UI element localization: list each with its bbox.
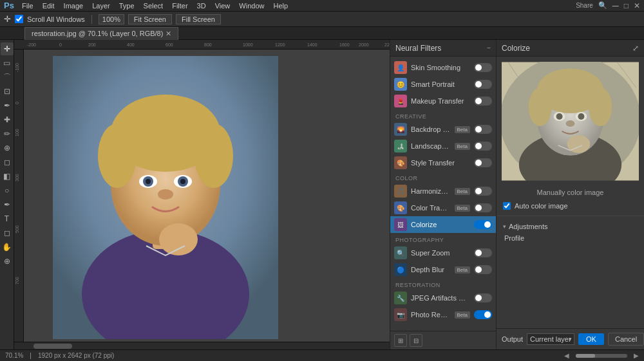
zoom-input[interactable]: [99, 14, 124, 24]
photo-restoration-icon: 📷: [394, 308, 407, 321]
menu-window[interactable]: Window: [235, 1, 268, 10]
colorize-toggle[interactable]: [474, 220, 492, 229]
output-select[interactable]: Current layer New layer Smart object: [527, 333, 574, 345]
svg-text:300: 300: [15, 174, 19, 181]
filter-depth-blur[interactable]: 🔵 Depth Blur Beta: [390, 261, 496, 278]
scroll-indicator[interactable]: ◀: [564, 352, 569, 359]
auto-color-checkbox[interactable]: [503, 202, 511, 210]
depth-blur-toggle[interactable]: [474, 265, 492, 274]
filter-style-transfer[interactable]: 🎨 Style Transfer: [390, 154, 496, 171]
ok-button[interactable]: OK: [578, 333, 604, 345]
canvas-area: -200 0 200 400 600 800 1000 1200 1400 16…: [14, 40, 390, 349]
colorize-expand-icon[interactable]: ⤢: [632, 44, 639, 53]
svg-text:-100: -100: [15, 63, 19, 72]
menu-type[interactable]: Type: [115, 1, 138, 10]
gradient-tool[interactable]: ◧: [1, 170, 14, 183]
tab-modified: ✕: [166, 30, 171, 38]
super-zoom-toggle[interactable]: [474, 248, 492, 257]
filter-color-transfer[interactable]: 🎨 Color Transfer Beta: [390, 199, 496, 216]
depth-blur-badge: Beta: [455, 266, 470, 273]
canvas-scrollbar[interactable]: [14, 342, 390, 349]
brush-tool[interactable]: ✏: [1, 127, 14, 140]
shape-tool[interactable]: ◻: [1, 227, 14, 239]
jpeg-artifacts-label: JPEG Artifacts Removal: [411, 294, 470, 302]
search-icon[interactable]: 🔍: [598, 1, 607, 10]
filter-landscape[interactable]: 🏞 Landscape Mi... Beta: [390, 138, 496, 154]
profile-label: Profile: [504, 234, 524, 242]
move-tool[interactable]: ✛: [1, 42, 14, 55]
adjustments-section[interactable]: ▾ Adjustments: [497, 220, 644, 233]
svg-text:2200: 2200: [384, 42, 390, 47]
menu-filter[interactable]: Filter: [168, 1, 191, 10]
filter-makeup-transfer[interactable]: 💄 Makeup Transfer: [390, 93, 496, 109]
jpeg-artifacts-icon: 🔧: [394, 292, 407, 304]
hand-tool[interactable]: ✋: [1, 241, 14, 254]
zoom-tool[interactable]: ⊕: [1, 255, 14, 268]
menu-3d[interactable]: 3D: [193, 1, 210, 10]
restoration-section-label: RESTORATION: [390, 278, 496, 290]
filter-super-zoom[interactable]: 🔍 Super Zoom: [390, 245, 496, 261]
colorize-preview: [502, 62, 639, 181]
minimize-btn[interactable]: ─: [612, 1, 619, 11]
smart-portrait-label: Smart Portrait: [411, 80, 470, 88]
filter-colorize[interactable]: 🖼 Colorize: [390, 216, 496, 233]
eyedropper-tool[interactable]: ✒: [1, 99, 14, 112]
canvas-image: [53, 56, 278, 339]
harmonization-toggle[interactable]: [474, 187, 492, 196]
stamp-tool[interactable]: ⊕: [1, 142, 14, 154]
color-section-label: COLOR: [390, 171, 496, 183]
menu-image[interactable]: Image: [60, 1, 88, 10]
scroll-right-indicator[interactable]: ▶: [634, 352, 639, 359]
healing-tool[interactable]: ✚: [1, 113, 14, 126]
menu-file[interactable]: File: [18, 1, 37, 10]
filter-jpeg-artifacts[interactable]: 🔧 JPEG Artifacts Removal: [390, 290, 496, 306]
harmonization-label: Harmonization: [411, 187, 451, 195]
harmonization-icon: 🎵: [394, 185, 407, 198]
menu-help[interactable]: Help: [269, 1, 292, 10]
jpeg-artifacts-toggle[interactable]: [474, 293, 492, 302]
fit-screen-button[interactable]: Fit Screen: [128, 14, 172, 24]
filter-harmonization[interactable]: 🎵 Harmonization Beta: [390, 183, 496, 199]
photo-restoration-toggle[interactable]: [474, 310, 492, 319]
eraser-tool[interactable]: ◻: [1, 156, 14, 169]
type-tool[interactable]: T: [1, 212, 14, 225]
document-tab[interactable]: restoration.jpg @ 70.1% (Layer 0, RGB/8)…: [24, 27, 178, 40]
close-btn[interactable]: ✕: [634, 1, 640, 10]
style-transfer-icon: 🎨: [394, 156, 407, 169]
share-icon[interactable]: Share: [576, 2, 593, 9]
menu-view[interactable]: View: [211, 1, 234, 10]
canvas-content: [33, 50, 390, 342]
pen-tool[interactable]: ✒: [1, 198, 14, 211]
color-transfer-toggle[interactable]: [474, 203, 492, 212]
filter-skin-smoothing[interactable]: 👤 Skin Smoothing: [390, 59, 496, 76]
menu-layer[interactable]: Layer: [88, 1, 114, 10]
skin-smoothing-toggle[interactable]: [474, 63, 492, 72]
cancel-button[interactable]: Cancel: [608, 333, 644, 346]
stack-icon[interactable]: ⊟: [410, 334, 422, 347]
lasso-tool[interactable]: ⌒: [1, 71, 14, 84]
marquee-tool[interactable]: ▭: [1, 57, 14, 69]
makeup-transfer-toggle[interactable]: [474, 97, 492, 106]
dodge-tool[interactable]: ○: [1, 184, 14, 197]
svg-text:800: 800: [204, 42, 212, 47]
filter-photo-restoration[interactable]: 📷 Photo Restorat... Beta: [390, 306, 496, 323]
panel-output-row: Output Current layer New layer Smart obj…: [497, 328, 644, 349]
svg-text:0: 0: [15, 102, 19, 104]
smart-portrait-toggle[interactable]: [474, 80, 492, 89]
style-transfer-toggle[interactable]: [474, 158, 492, 167]
filter-backdrop[interactable]: 🌄 Backdrop Crea... Beta: [390, 121, 496, 138]
neural-panel-collapse[interactable]: −: [487, 44, 491, 51]
landscape-toggle[interactable]: [474, 142, 492, 151]
skin-smoothing-label: Skin Smoothing: [411, 64, 470, 71]
backdrop-toggle[interactable]: [474, 125, 492, 134]
menu-edit[interactable]: Edit: [39, 1, 59, 10]
colorize-label: Colorize: [411, 221, 470, 228]
filter-smart-portrait[interactable]: 😊 Smart Portrait: [390, 76, 496, 93]
maximize-btn[interactable]: □: [624, 1, 629, 10]
crop-tool[interactable]: ⊡: [1, 85, 14, 98]
scroll-all-windows-checkbox[interactable]: [15, 15, 23, 23]
menu-select[interactable]: Select: [140, 1, 167, 10]
svg-text:600: 600: [166, 42, 173, 47]
layers-icon[interactable]: ⊞: [394, 334, 407, 347]
fill-screen-button[interactable]: Fill Screen: [176, 14, 221, 24]
